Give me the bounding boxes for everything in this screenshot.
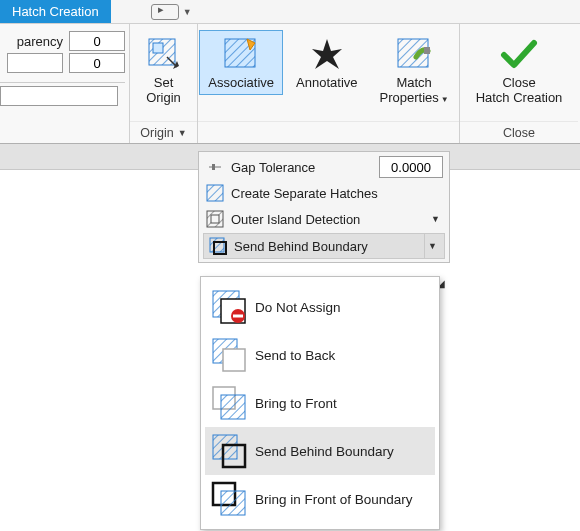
panel-options-expand[interactable]	[198, 121, 459, 143]
send-behind-boundary-icon	[208, 236, 228, 256]
island-detection-button[interactable]: Outer Island Detection ▼	[201, 206, 447, 232]
associative-icon	[221, 35, 261, 73]
draw-order-flyout: Do Not Assign Send to Back Bring to Fron…	[200, 276, 440, 530]
svg-rect-6	[424, 47, 430, 54]
chevron-down-icon[interactable]: ▼	[428, 214, 443, 224]
gap-tolerance-input[interactable]	[379, 156, 443, 178]
svg-rect-3	[153, 43, 163, 53]
gap-tolerance-row: Gap Tolerance	[201, 154, 447, 180]
transparency-input[interactable]	[69, 31, 125, 51]
associative-label: Associative	[208, 75, 274, 90]
bring-to-front-icon	[211, 385, 247, 421]
hatch-square-icon	[205, 183, 225, 203]
panel-title-origin-text: Origin	[140, 126, 173, 140]
checkmark-icon	[499, 35, 539, 73]
match-properties-button[interactable]: MatchProperties▼	[371, 30, 458, 112]
annotative-button[interactable]: Annotative	[287, 30, 366, 95]
close-label-2: Hatch Creation	[476, 90, 563, 105]
unknown-dropdown[interactable]	[0, 86, 118, 106]
flyout-item-bring-to-front[interactable]: Bring to Front	[205, 379, 435, 427]
flyout-item-do-not-assign[interactable]: Do Not Assign	[205, 283, 435, 331]
tab-hatch-creation[interactable]: Hatch Creation	[0, 0, 111, 23]
flyout-item-label: Send to Back	[255, 348, 335, 363]
annotative-label: Annotative	[296, 75, 357, 90]
options-expanded-panel: Gap Tolerance Create Separate Hatches Ou…	[198, 151, 450, 263]
flyout-item-label: Bring to Front	[255, 396, 337, 411]
create-separate-hatches-button[interactable]: Create Separate Hatches	[201, 180, 447, 206]
svg-rect-17	[233, 315, 243, 318]
flyout-item-label: Send Behind Boundary	[255, 444, 394, 459]
slider-icon	[205, 157, 225, 177]
match-properties-icon	[394, 35, 434, 73]
panel-title-origin[interactable]: Origin ▼	[130, 121, 197, 143]
associative-button[interactable]: Associative	[199, 30, 283, 95]
svg-rect-12	[210, 238, 224, 252]
set-origin-label-1: Set	[154, 75, 174, 90]
svg-rect-19	[223, 349, 245, 371]
create-separate-hatches-label: Create Separate Hatches	[231, 186, 378, 201]
tab-quick-view[interactable]: ▼	[151, 0, 192, 23]
flyout-item-send-to-back[interactable]: Send to Back	[205, 331, 435, 379]
svg-rect-11	[211, 215, 219, 223]
svg-rect-8	[212, 164, 215, 170]
flyout-item-send-behind-boundary[interactable]: Send Behind Boundary	[205, 427, 435, 475]
unknown-readonly-box	[7, 53, 63, 73]
annotative-icon	[307, 35, 347, 73]
svg-rect-22	[213, 435, 237, 459]
chevron-down-icon: ▼	[178, 128, 187, 138]
panel-properties-fragment: parency	[0, 24, 130, 143]
match-properties-label-2: Properties	[380, 90, 439, 105]
tab-bar: Hatch Creation ▼	[0, 0, 580, 24]
svg-rect-21	[221, 395, 245, 419]
panel-title-close: Close	[460, 121, 578, 143]
panel-options: Associative Annotative M	[198, 24, 460, 143]
set-origin-button[interactable]: SetOrigin	[133, 30, 195, 110]
send-behind-boundary-icon	[211, 433, 247, 469]
svg-rect-25	[221, 491, 245, 515]
bring-in-front-of-boundary-icon	[211, 481, 247, 517]
flyout-item-label: Bring in Front of Boundary	[255, 492, 413, 507]
svg-rect-9	[207, 185, 223, 201]
secondary-input[interactable]	[69, 53, 125, 73]
panel-origin: SetOrigin Origin ▼	[130, 24, 198, 143]
set-origin-icon	[144, 35, 184, 73]
set-origin-label-2: Origin	[146, 90, 181, 105]
match-properties-label-1: Match	[396, 75, 431, 90]
flyout-item-bring-in-front-of-boundary[interactable]: Bring in Front of Boundary	[205, 475, 435, 523]
close-label-1: Close	[502, 75, 535, 90]
flyout-item-label: Do Not Assign	[255, 300, 341, 315]
gap-tolerance-label: Gap Tolerance	[231, 160, 315, 175]
svg-rect-5	[398, 39, 428, 67]
draw-order-label: Send Behind Boundary	[234, 239, 368, 254]
island-detection-label: Outer Island Detection	[231, 212, 360, 227]
do-not-assign-icon	[211, 289, 247, 325]
island-detection-icon	[205, 209, 225, 229]
panel-close: CloseHatch Creation Close	[460, 24, 578, 143]
draw-order-button[interactable]: Send Behind Boundary ▼	[203, 233, 445, 259]
close-hatch-creation-button[interactable]: CloseHatch Creation	[467, 30, 572, 110]
chevron-down-icon: ▼	[441, 95, 449, 104]
ribbon: parency SetOrigin	[0, 24, 580, 144]
send-to-back-icon	[211, 337, 247, 373]
transparency-label: parency	[17, 34, 63, 49]
chevron-down-icon[interactable]: ▼	[424, 234, 440, 258]
